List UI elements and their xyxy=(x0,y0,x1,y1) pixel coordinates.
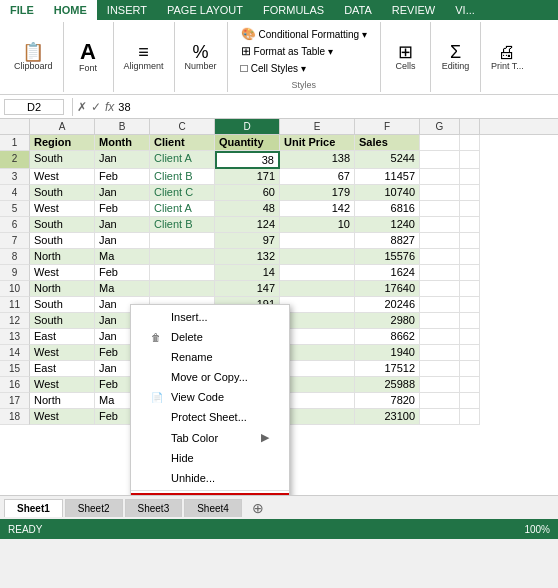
cell-a7[interactable]: South xyxy=(30,233,95,249)
cell-f6[interactable]: 1240 xyxy=(355,217,420,233)
cancel-formula-icon[interactable]: ✗ xyxy=(77,100,87,114)
cell-f10[interactable]: 17640 xyxy=(355,281,420,297)
cell-d8[interactable]: 132 xyxy=(215,249,280,265)
cell-d1[interactable]: Quantity xyxy=(215,135,280,151)
menu-rename[interactable]: Rename xyxy=(131,347,289,367)
cell-f5[interactable]: 6816 xyxy=(355,201,420,217)
cell-a9[interactable]: West xyxy=(30,265,95,281)
cell-e18[interactable] xyxy=(280,409,355,425)
cell-f15[interactable]: 17512 xyxy=(355,361,420,377)
confirm-formula-icon[interactable]: ✓ xyxy=(91,100,101,114)
cell-a13[interactable]: East xyxy=(30,329,95,345)
cell-h1[interactable] xyxy=(460,135,480,151)
col-header-b[interactable]: B xyxy=(95,119,150,134)
cell-d6[interactable]: 124 xyxy=(215,217,280,233)
menu-insert[interactable]: Insert... xyxy=(131,307,289,327)
cell-c2[interactable]: Client A xyxy=(150,151,215,169)
cell-a2[interactable]: South xyxy=(30,151,95,169)
cell-e6[interactable]: 10 xyxy=(280,217,355,233)
cell-a18[interactable]: West xyxy=(30,409,95,425)
col-header-e[interactable]: E xyxy=(280,119,355,134)
tab-home[interactable]: HOME xyxy=(44,0,97,20)
cell-a1[interactable]: Region xyxy=(30,135,95,151)
cell-d4[interactable]: 60 xyxy=(215,185,280,201)
sheet-tab-sheet3[interactable]: Sheet3 xyxy=(125,499,183,517)
cell-c10[interactable] xyxy=(150,281,215,297)
cell-f8[interactable]: 15576 xyxy=(355,249,420,265)
menu-hide[interactable]: Hide xyxy=(131,448,289,468)
tab-review[interactable]: REVIEW xyxy=(382,0,445,20)
cell-e13[interactable] xyxy=(280,329,355,345)
cell-c7[interactable] xyxy=(150,233,215,249)
tab-file[interactable]: FILE xyxy=(0,0,44,20)
font-button[interactable]: A Font xyxy=(70,39,106,75)
tab-data[interactable]: DATA xyxy=(334,0,382,20)
cell-a8[interactable]: North xyxy=(30,249,95,265)
cell-d7[interactable]: 97 xyxy=(215,233,280,249)
cell-d5[interactable]: 48 xyxy=(215,201,280,217)
menu-tab-color[interactable]: Tab Color ▶ xyxy=(131,427,289,448)
cell-a4[interactable]: South xyxy=(30,185,95,201)
cell-a3[interactable]: West xyxy=(30,169,95,185)
cell-f16[interactable]: 25988 xyxy=(355,377,420,393)
menu-select-all-sheets[interactable]: Select All Sheets xyxy=(131,493,289,495)
cell-h2[interactable] xyxy=(460,151,480,169)
col-header-h[interactable] xyxy=(460,119,480,134)
cell-b4[interactable]: Jan xyxy=(95,185,150,201)
cell-e14[interactable] xyxy=(280,345,355,361)
cell-e1[interactable]: Unit Price xyxy=(280,135,355,151)
cell-c4[interactable]: Client C xyxy=(150,185,215,201)
format-table-button[interactable]: ⊞ Format as Table ▾ xyxy=(238,43,370,59)
col-header-c[interactable]: C xyxy=(150,119,215,134)
cell-e11[interactable] xyxy=(280,297,355,313)
editing-button[interactable]: Σ Editing xyxy=(437,41,473,73)
sheet-tab-sheet1[interactable]: Sheet1 xyxy=(4,499,63,517)
cell-g1[interactable] xyxy=(420,135,460,151)
cell-f11[interactable]: 20246 xyxy=(355,297,420,313)
menu-unhide[interactable]: Unhide... xyxy=(131,468,289,488)
menu-move-copy[interactable]: Move or Copy... xyxy=(131,367,289,387)
cell-e2[interactable]: 138 xyxy=(280,151,355,169)
menu-view-code[interactable]: 📄 View Code xyxy=(131,387,289,407)
col-header-d[interactable]: D xyxy=(215,119,280,134)
cell-b5[interactable]: Feb xyxy=(95,201,150,217)
sheet-tab-sheet2[interactable]: Sheet2 xyxy=(65,499,123,517)
cell-a17[interactable]: North xyxy=(30,393,95,409)
cell-b10[interactable]: Ma xyxy=(95,281,150,297)
cell-f18[interactable]: 23100 xyxy=(355,409,420,425)
cell-f3[interactable]: 11457 xyxy=(355,169,420,185)
cell-styles-button[interactable]: □ Cell Styles ▾ xyxy=(238,60,370,76)
name-box[interactable] xyxy=(4,99,64,115)
cell-b2[interactable]: Jan xyxy=(95,151,150,169)
cell-e17[interactable] xyxy=(280,393,355,409)
col-header-f[interactable]: F xyxy=(355,119,420,134)
conditional-formatting-button[interactable]: 🎨 Conditional Formatting ▾ xyxy=(238,26,370,42)
cell-b6[interactable]: Jan xyxy=(95,217,150,233)
cell-f7[interactable]: 8827 xyxy=(355,233,420,249)
cell-a11[interactable]: South xyxy=(30,297,95,313)
print-table-button[interactable]: 🖨 Print T... xyxy=(487,41,528,73)
cell-c6[interactable]: Client B xyxy=(150,217,215,233)
cell-b9[interactable]: Feb xyxy=(95,265,150,281)
tab-formulas[interactable]: FORMULAS xyxy=(253,0,334,20)
cell-d2[interactable]: 38 xyxy=(215,151,280,169)
col-header-g[interactable]: G xyxy=(420,119,460,134)
cell-d9[interactable]: 14 xyxy=(215,265,280,281)
tab-page-layout[interactable]: PAGE LAYOUT xyxy=(157,0,253,20)
cell-e12[interactable] xyxy=(280,313,355,329)
cell-e4[interactable]: 179 xyxy=(280,185,355,201)
cell-e9[interactable] xyxy=(280,265,355,281)
cell-c5[interactable]: Client A xyxy=(150,201,215,217)
cell-f2[interactable]: 5244 xyxy=(355,151,420,169)
cell-a5[interactable]: West xyxy=(30,201,95,217)
col-header-a[interactable]: A xyxy=(30,119,95,134)
cell-e10[interactable] xyxy=(280,281,355,297)
cell-d3[interactable]: 171 xyxy=(215,169,280,185)
formula-input[interactable] xyxy=(118,101,554,113)
cell-f9[interactable]: 1624 xyxy=(355,265,420,281)
cell-a12[interactable]: South xyxy=(30,313,95,329)
cell-e3[interactable]: 67 xyxy=(280,169,355,185)
cell-f12[interactable]: 2980 xyxy=(355,313,420,329)
alignment-button[interactable]: ≡ Alignment xyxy=(120,41,168,73)
cell-f17[interactable]: 7820 xyxy=(355,393,420,409)
